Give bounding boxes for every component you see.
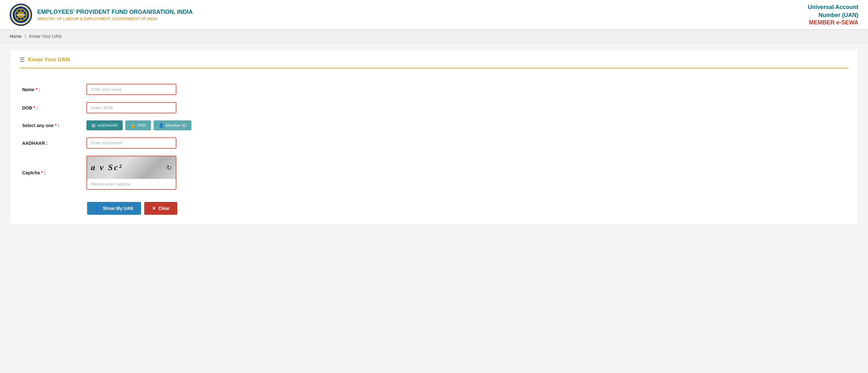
captcha-image: a v Sc² ↻ [87, 156, 176, 179]
section-title: Know Your UAN [28, 57, 70, 63]
person-icon: 👤 [159, 123, 164, 128]
aadhaar-label: AADHAAR : [20, 136, 84, 150]
aadhaar-input-cell [84, 136, 848, 150]
card-icon: ▤ [92, 123, 95, 128]
captcha-text: a v Sc² [91, 163, 123, 172]
breadcrumb-separator: / [25, 34, 26, 39]
breadcrumb-home[interactable]: Home [10, 34, 22, 39]
dob-required: * [33, 105, 35, 110]
pan-button[interactable]: 🔒 PAN [125, 121, 151, 130]
org-name: EMPLOYEES' PROVIDENT FUND ORGANISATION, … [37, 8, 193, 16]
main-content: ☰ Know Your UAN Name * : DOB * : [10, 49, 858, 225]
dob-input-cell [84, 101, 848, 114]
select-label: Select any one * : [20, 119, 84, 132]
refresh-captcha-icon[interactable]: ↻ [166, 164, 172, 171]
epfo-logo: EPFO [10, 3, 32, 26]
show-my-uan-button[interactable]: 👤 Show My UAN [87, 202, 141, 215]
captcha-cell: a v Sc² ↻ [84, 155, 848, 191]
uan-title-line2: Number (UAN) [808, 11, 858, 19]
header-left: EPFO EMPLOYEES' PROVIDENT FUND ORGANISAT… [10, 3, 193, 26]
bottom-buttons: 👤 Show My UAN ✕ Clear [20, 202, 848, 215]
svg-text:EPFO: EPFO [17, 13, 25, 17]
select-buttons-group: ▤ AADHAAR 🔒 PAN 👤 Member ID [86, 121, 846, 130]
section-header: ☰ Know Your UAN [20, 56, 848, 68]
org-info: EMPLOYEES' PROVIDENT FUND ORGANISATION, … [37, 8, 193, 21]
user-icon: 👤 [95, 206, 100, 211]
breadcrumb-current: Know Your UAN [29, 34, 61, 39]
esewa-title: MEMBER e-SEWA [808, 19, 858, 26]
hamburger-icon[interactable]: ☰ [20, 56, 25, 63]
aadhaar-row: AADHAAR : [20, 136, 848, 150]
org-subtitle: MINISTRY OF LABOUR & EMPLOYMENT, GOVERNM… [37, 17, 193, 21]
clear-button[interactable]: ✕ Clear [144, 202, 177, 215]
select-buttons-cell: ▤ AADHAAR 🔒 PAN 👤 Member ID [84, 119, 848, 132]
captcha-label: Captcha * : [20, 155, 84, 191]
lock-icon: 🔒 [130, 123, 135, 128]
name-row: Name * : [20, 82, 848, 96]
aadhaar-button[interactable]: ▤ AADHAAR [86, 121, 123, 130]
times-icon: ✕ [152, 206, 156, 211]
name-input-cell [84, 82, 848, 96]
captcha-wrapper: a v Sc² ↻ [86, 156, 176, 190]
captcha-input[interactable] [87, 179, 176, 189]
name-input[interactable] [86, 84, 176, 95]
member-id-button[interactable]: 👤 Member ID [154, 121, 191, 130]
uan-title-line1: Universal Account [808, 3, 858, 11]
aadhaar-input[interactable] [86, 137, 176, 148]
select-any-one-row: Select any one * : ▤ AADHAAR 🔒 PAN 👤 Me [20, 119, 848, 132]
dob-input[interactable] [86, 102, 176, 113]
breadcrumb: Home / Know Your UAN [0, 30, 868, 43]
name-label: Name * : [20, 82, 84, 96]
page-header: EPFO EMPLOYEES' PROVIDENT FUND ORGANISAT… [0, 0, 868, 30]
select-required: * [55, 123, 57, 128]
name-required: * [36, 87, 37, 92]
header-right: Universal Account Number (UAN) MEMBER e-… [808, 3, 858, 26]
know-your-uan-form: Name * : DOB * : Select any one * : [20, 78, 848, 196]
captcha-required: * [41, 170, 43, 175]
dob-row: DOB * : [20, 101, 848, 114]
dob-label: DOB * : [20, 101, 84, 114]
captcha-row: Captcha * : a v Sc² ↻ [20, 155, 848, 191]
